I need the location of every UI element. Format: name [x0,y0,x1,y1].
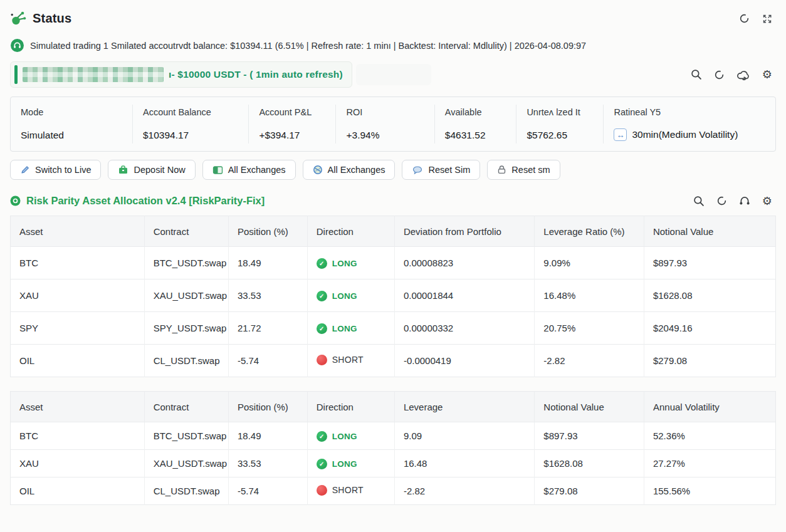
table-row-spy: SPYSPY_USDT.swap21.72✓LONG0.0000033220.7… [11,312,776,345]
account-bar: ı- $10000 USDT - ( 1min auto refresh) ⚙ [10,61,776,88]
stat-label: ROI [346,107,424,117]
expand-icon[interactable] [762,14,772,24]
allocation-table: AssetContractPosition (%)DirectionDeviat… [10,216,776,377]
stat-unrealized: Unrteʌ lzed It $5762.65 [516,105,603,143]
column-header-position: Position (%) [228,216,307,247]
column-header-position: Position (%) [228,392,307,422]
stat-label: Ratineal Y5 [614,107,765,117]
table-row-xau: XAUXAU_USDT.swap33.53✓LONG16.48$1628.082… [11,450,776,477]
button-label: Reset Sim [428,165,470,175]
direction-badge: ✓LONG [317,459,357,469]
long-check-icon: ✓ [317,459,327,469]
headset-icon[interactable] [739,196,750,206]
account-pill[interactable]: ı- $10000 USDT - ( 1min auto refresh) [10,61,352,88]
short-dot-icon [317,355,327,365]
cell-contract: BTC_USDT.swap [144,247,228,279]
direction-badge: ✓LONG [317,323,357,334]
cell-deviation: 0.00000332 [394,312,534,345]
chat-bubble-icon [412,165,423,175]
deposit-now-button[interactable]: Deposit Now [108,160,195,180]
cell-direction: ✓LONG [307,312,394,345]
bracket-marker [14,65,18,84]
cell-deviation: -0.0000419 [394,345,534,377]
all-exchanges-button[interactable]: All Exchanges [202,160,296,180]
gear-icon[interactable]: ⚙ [762,69,772,80]
cell-contract: BTC_USDT.swap [144,422,228,450]
briefcase-icon [118,165,128,175]
table-row-btc: BTCBTC_USDT.swap18.49✓LONG0.000088239.09… [11,247,776,279]
cell-position: 21.72 [228,312,307,345]
stat-label: Account P&L [259,107,325,117]
column-header-direction: Direction [307,216,394,247]
gear-icon[interactable]: ⚙ [762,196,772,207]
strategy-title: Risk Parity Asset Allocation v2.4 [RiskP… [26,195,265,207]
table-header-row: AssetContractPosition (%)DirectionDeviat… [11,216,776,247]
cell-leverage_ratio: 16.48% [535,279,644,312]
all-exchanges-button[interactable]: All Exchanges [303,160,396,180]
direction-label: LONG [332,432,357,441]
cell-contract: SPY_USDT.swap [144,312,228,345]
search-icon[interactable] [693,196,705,207]
table-row-oil: OILCL_USDT.swap-5.74SHORT-2.82$279.08155… [11,477,776,505]
button-label: All Exchanges [328,165,385,175]
wallet-icon [212,165,223,175]
cell-leverage_ratio: 20.75% [535,312,644,345]
direction-badge: SHORT [317,355,364,365]
stat-value: 30min(Medium Volatility) [632,129,738,140]
stat-value: +3.94% [346,130,424,141]
stat-value: $4631.52 [445,130,506,141]
cell-asset: XAU [11,450,145,477]
cell-direction: SHORT [307,345,394,377]
cell-deviation: 0.00001844 [394,279,534,312]
reset-sim-button[interactable]: Reset Sim [402,160,480,180]
cell-asset: BTC [11,422,145,450]
refresh-icon[interactable] [714,70,725,80]
cell-notional: $279.08 [644,345,775,377]
cell-position: 18.49 [228,247,307,279]
cloud-icon[interactable] [736,70,750,80]
cell-leverage_ratio: -2.82 [535,345,644,377]
trading-dashboard: Status Simulated trading 1 Smilated acco… [0,0,786,505]
stat-account-pnl: Account P&L +$394.17 [248,105,335,143]
long-check-icon: ✓ [317,258,327,269]
window-header: Status [10,10,776,27]
cell-contract: XAU_USDT.swap [144,450,228,477]
refresh-icon[interactable] [716,196,727,206]
switch-to-live-button[interactable]: Switch to Live [10,160,101,180]
table-header-row: AssetContractPosition (%)DirectionLevera… [11,392,776,422]
refresh-icon[interactable] [739,13,750,24]
cell-contract: XAU_USDT.swap [144,279,228,312]
cell-leverage_ratio: 9.09% [535,247,644,279]
cell-asset: BTC [11,247,145,279]
cell-position: 18.49 [228,422,307,450]
direction-label: LONG [332,324,357,333]
column-header-contract: Contract [144,216,228,247]
button-label: Switch to Live [35,165,91,175]
cell-asset: SPY [11,312,145,345]
cell-position: 33.53 [228,450,307,477]
table-row-btc: BTCBTC_USDT.swap18.49✓LONG9.09$897.9352.… [11,422,776,450]
table-row-oil: OILCL_USDT.swap-5.74SHORT-0.0000419-2.82… [11,345,776,377]
cell-leverage: 16.48 [394,450,534,477]
column-header-notional: Notional Value [535,392,644,422]
cell-notional: $897.93 [644,247,775,279]
redacted-account-name [23,67,164,82]
column-header-asset: Asset [11,216,145,247]
cell-position: -5.74 [228,477,307,505]
column-header-deviation: Deviation from Portfolio [394,216,534,247]
account-balance-label: ı- $10000 USDT - ( 1min auto refresh) [169,69,343,80]
long-check-icon: ✓ [317,323,327,334]
cell-deviation: 0.00008823 [394,247,534,279]
button-label: All Exchanges [228,165,286,175]
cell-direction: ✓LONG [307,422,394,450]
molecule-logo-icon [10,10,27,27]
stat-account-balance: Account Balance $10394.17 [132,105,248,143]
lock-icon [497,165,506,175]
column-header-direction: Direction [307,392,394,422]
cell-direction: SHORT [307,477,394,505]
range-arrow-icon[interactable]: ↔ [614,128,627,141]
cell-asset: XAU [11,279,145,312]
search-icon[interactable] [691,69,702,80]
stat-label: Unrteʌ lzed It [527,107,593,117]
reset-sm-button[interactable]: Reset sm [487,160,560,180]
